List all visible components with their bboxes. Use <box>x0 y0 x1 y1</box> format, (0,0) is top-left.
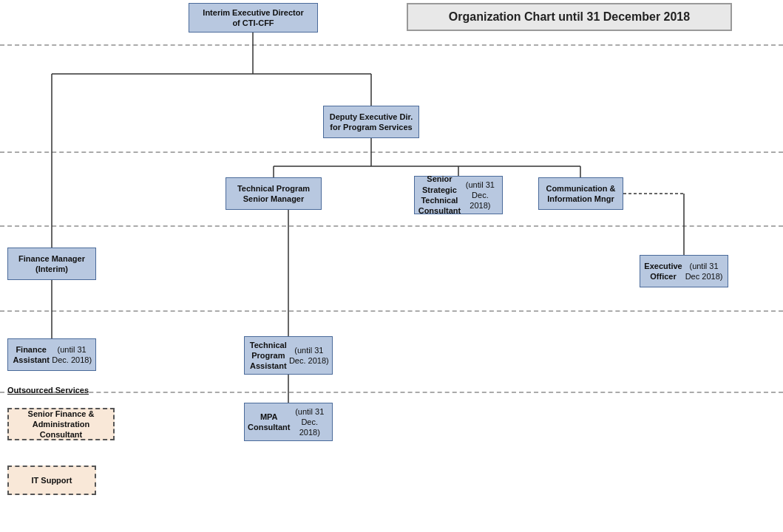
dashed-line-4 <box>0 310 783 312</box>
chart-container: Organization Chart until 31 December 201… <box>0 0 783 532</box>
dashed-line-3 <box>0 225 783 227</box>
box-deputy-ed: Deputy Executive Dir.for Program Service… <box>323 106 419 138</box>
box-senior-finance: Senior Finance &Administration Consultan… <box>7 408 115 440</box>
box-tech-program-asst: Technical ProgramAssistant(until 31 Dec.… <box>244 336 333 375</box>
dashed-line-5 <box>0 392 783 393</box>
box-senior-strategic: Senior StrategicTechnical Consultant(unt… <box>414 176 503 214</box>
outsourced-label: Outsourced Services <box>7 386 89 395</box>
box-finance-manager: Finance Manager(Interim) <box>7 248 96 280</box>
box-finance-assistant: Finance Assistant(until 31 Dec. 2018) <box>7 338 96 371</box>
dashed-line-1 <box>0 44 783 46</box>
box-mpa-consultant: MPAConsultant(until 31 Dec. 2018) <box>244 403 333 441</box>
box-exec-officer: Executive Officer(until 31 Dec 2018) <box>640 255 728 287</box>
box-interim-ed: Interim Executive Director of CTI-CFF <box>189 3 318 33</box>
box-comm-info: Communication &Information Mngr <box>538 177 623 210</box>
dashed-line-2 <box>0 151 783 153</box>
box-it-support: IT Support <box>7 466 96 495</box>
box-tech-program-sm: Technical ProgramSenior Manager <box>226 177 322 210</box>
chart-title: Organization Chart until 31 December 201… <box>407 3 732 31</box>
